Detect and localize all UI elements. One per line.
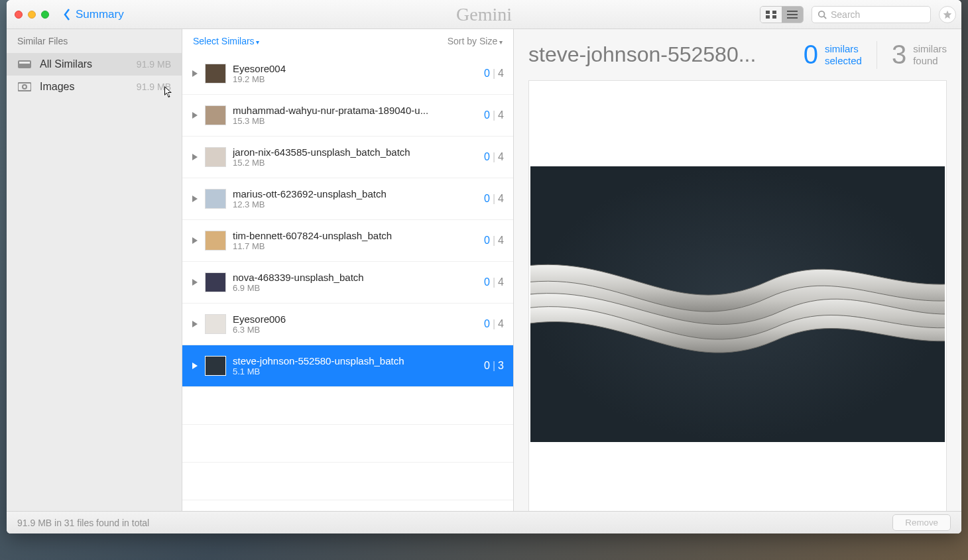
svg-point-13 bbox=[23, 85, 27, 89]
window-controls bbox=[12, 11, 49, 19]
file-counts: 0|4 bbox=[484, 276, 504, 288]
list-view-button[interactable] bbox=[782, 7, 803, 23]
total-count: 4 bbox=[498, 151, 504, 162]
file-size: 11.7 MB bbox=[233, 241, 477, 251]
file-name: tim-bennett-607824-unsplash_batch bbox=[233, 230, 477, 241]
favorites-button[interactable] bbox=[939, 6, 956, 23]
file-row[interactable]: muhammad-wahyu-nur-pratama-189040-u...15… bbox=[182, 95, 513, 137]
grid-icon bbox=[766, 11, 776, 19]
empty-row bbox=[182, 425, 513, 463]
view-mode-segmented bbox=[760, 6, 804, 23]
file-info: muhammad-wahyu-nur-pratama-189040-u...15… bbox=[233, 105, 477, 126]
disclosure-triangle-icon[interactable] bbox=[192, 321, 198, 327]
app-logo: Gemini bbox=[456, 4, 512, 25]
file-row[interactable]: nova-468339-unsplash_batch6.9 MB0|4 bbox=[182, 262, 513, 304]
total-count: 4 bbox=[498, 109, 504, 121]
preview-title: steve-johnson-552580... bbox=[528, 42, 789, 67]
maximize-window-button[interactable] bbox=[41, 11, 49, 19]
file-name: Eyesore004 bbox=[233, 63, 477, 74]
similars-found-stat: 3 similars found bbox=[892, 40, 947, 70]
svg-marker-19 bbox=[192, 279, 198, 286]
back-summary-button[interactable]: Summary bbox=[62, 8, 124, 21]
chevron-left-icon bbox=[62, 8, 72, 21]
sort-dropdown[interactable]: Sort by Size bbox=[448, 36, 503, 46]
selected-count: 0 bbox=[484, 360, 490, 371]
file-counts: 0|4 bbox=[484, 318, 504, 330]
selected-count: 0 bbox=[484, 235, 490, 246]
file-name: marius-ott-623692-unsplash_batch bbox=[233, 188, 477, 199]
file-name: steve-johnson-552580-unsplash_batch bbox=[233, 355, 477, 366]
selected-count: 0 bbox=[484, 109, 490, 121]
disclosure-triangle-icon[interactable] bbox=[192, 237, 198, 244]
file-thumbnail bbox=[205, 231, 226, 251]
preview-illustration bbox=[530, 241, 945, 367]
svg-marker-17 bbox=[192, 196, 198, 202]
file-size: 6.3 MB bbox=[233, 325, 477, 335]
svg-marker-21 bbox=[192, 363, 198, 369]
sidebar-item-label: All Similars bbox=[40, 58, 129, 70]
file-thumbnail bbox=[205, 189, 226, 209]
file-thumbnail bbox=[205, 356, 226, 376]
disclosure-triangle-icon[interactable] bbox=[192, 363, 198, 369]
remove-button[interactable]: Remove bbox=[892, 514, 951, 531]
svg-rect-3 bbox=[772, 15, 776, 19]
file-info: Eyesore00419.2 MB bbox=[233, 63, 477, 84]
back-label: Summary bbox=[76, 8, 124, 21]
disclosure-triangle-icon[interactable] bbox=[192, 154, 198, 160]
grid-view-button[interactable] bbox=[760, 7, 782, 23]
file-row[interactable]: Eyesore00419.2 MB0|4 bbox=[182, 53, 513, 95]
file-info: Eyesore0066.3 MB bbox=[233, 313, 477, 335]
file-thumbnail bbox=[205, 64, 226, 84]
disclosure-triangle-icon[interactable] bbox=[192, 279, 198, 286]
file-name: muhammad-wahyu-nur-pratama-189040-u... bbox=[233, 105, 477, 116]
file-row[interactable]: marius-ott-623692-unsplash_batch12.3 MB0… bbox=[182, 178, 513, 220]
svg-rect-12 bbox=[18, 83, 31, 91]
file-counts: 0|3 bbox=[484, 360, 504, 372]
sidebar-item-all-similars[interactable]: All Similars91.9 MB bbox=[7, 53, 182, 76]
search-icon bbox=[817, 10, 827, 19]
camera-icon bbox=[17, 81, 32, 93]
file-row[interactable]: tim-bennett-607824-unsplash_batch11.7 MB… bbox=[182, 220, 513, 262]
toolbar-right: Search bbox=[760, 6, 956, 23]
disclosure-triangle-icon[interactable] bbox=[192, 196, 198, 202]
select-similars-dropdown[interactable]: Select Similars bbox=[193, 36, 259, 46]
selected-count: 0 bbox=[484, 276, 490, 288]
search-placeholder: Search bbox=[831, 9, 860, 20]
total-count: 4 bbox=[498, 193, 504, 204]
file-thumbnail bbox=[205, 105, 226, 125]
selected-count: 0 bbox=[484, 151, 490, 162]
stack-icon bbox=[17, 58, 32, 70]
file-counts: 0|4 bbox=[484, 235, 504, 247]
svg-rect-2 bbox=[766, 15, 770, 19]
preview-header: steve-johnson-552580... 0 similars selec… bbox=[528, 40, 947, 70]
sidebar-item-images[interactable]: Images91.9 MB bbox=[7, 76, 182, 98]
search-input[interactable]: Search bbox=[812, 6, 931, 23]
file-info: marius-ott-623692-unsplash_batch12.3 MB bbox=[233, 188, 477, 209]
star-icon bbox=[943, 10, 952, 19]
disclosure-triangle-icon[interactable] bbox=[192, 70, 198, 77]
minimize-window-button[interactable] bbox=[28, 11, 36, 19]
file-row[interactable]: steve-johnson-552580-unsplash_batch5.1 M… bbox=[182, 345, 513, 387]
file-size: 15.2 MB bbox=[233, 158, 477, 168]
total-count: 4 bbox=[498, 235, 504, 246]
svg-rect-5 bbox=[787, 14, 798, 15]
file-name: Eyesore006 bbox=[233, 313, 477, 325]
svg-rect-6 bbox=[787, 17, 798, 19]
svg-marker-18 bbox=[192, 237, 198, 244]
svg-line-8 bbox=[824, 16, 827, 19]
titlebar: Summary Gemini bbox=[7, 0, 961, 29]
found-count: 3 bbox=[892, 40, 906, 70]
file-row[interactable]: jaron-nix-643585-unsplash_batch_batch15.… bbox=[182, 137, 513, 178]
svg-marker-14 bbox=[192, 70, 198, 77]
file-counts: 0|4 bbox=[484, 109, 504, 121]
file-row[interactable]: Eyesore0066.3 MB0|4 bbox=[182, 304, 513, 345]
total-count: 4 bbox=[498, 68, 504, 79]
svg-marker-9 bbox=[943, 10, 952, 19]
file-info: tim-bennett-607824-unsplash_batch11.7 MB bbox=[233, 230, 477, 251]
close-window-button[interactable] bbox=[15, 11, 23, 19]
svg-rect-0 bbox=[766, 11, 770, 14]
disclosure-triangle-icon[interactable] bbox=[192, 112, 198, 119]
svg-marker-15 bbox=[192, 112, 198, 119]
file-list-panel: Select Similars Sort by Size Eyesore0041… bbox=[182, 29, 514, 533]
file-list-header: Select Similars Sort by Size bbox=[182, 29, 513, 53]
